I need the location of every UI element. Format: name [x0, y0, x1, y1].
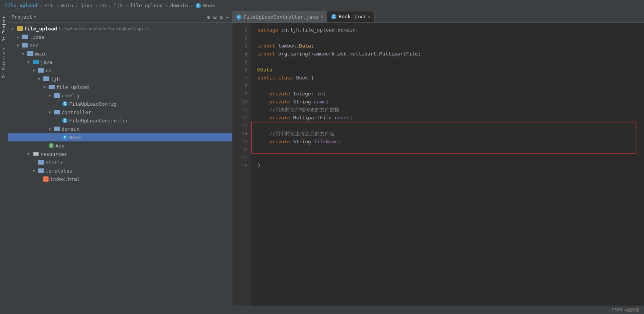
editor-area: C FileUpLoadController.java × C Book.jav… — [232, 11, 644, 306]
arrow-ljh: ▼ — [38, 77, 43, 81]
arrow-cn: ▼ — [33, 68, 38, 73]
collapse-icon[interactable]: ⊟ — [213, 14, 216, 20]
folder-icon-cn — [38, 68, 44, 73]
item-label-controller: controller — [62, 109, 91, 115]
arrow-domain: ▼ — [49, 127, 54, 131]
item-label-templates: templates — [46, 168, 72, 174]
folder-icon-templates — [38, 168, 44, 173]
tree-item-ljh[interactable]: ▼ ljh — [8, 75, 232, 83]
folder-icon-java — [33, 60, 39, 64]
folder-icon-file-upload-pkg — [49, 85, 55, 89]
code-line: import org.springframework.web.multipart… — [257, 50, 638, 58]
panel-title: Project — [11, 14, 32, 20]
arrow-config: ▼ — [49, 94, 54, 98]
code-line: @Data — [257, 66, 638, 74]
item-label-book: Book — [69, 135, 81, 140]
item-label-static: static — [46, 160, 63, 165]
tree-item-controller[interactable]: ▼ controller — [8, 108, 232, 116]
tree-item-templates[interactable]: ▼ templates — [8, 167, 232, 175]
tree-item-book[interactable]: C Book — [8, 133, 232, 141]
tree-item-config[interactable]: ▼ config — [8, 91, 232, 100]
folder-icon-config — [54, 93, 60, 98]
tree-item-resources[interactable]: ▼ resources — [8, 150, 232, 158]
item-label-resources: resources — [40, 151, 67, 157]
tab-icon-fileuploadcontroller: C — [236, 14, 242, 20]
tab-close-fileuploadcontroller[interactable]: × — [320, 14, 323, 20]
panel-header: Project ▼ ⊕ ⊟ ⚙ — — [8, 11, 232, 23]
item-label-config: config — [62, 93, 79, 98]
tab-close-book[interactable]: × — [368, 14, 370, 19]
watermark: CSDN @金刚狼 — [612, 307, 639, 313]
arrow-controller: ▼ — [49, 110, 54, 114]
tree-item-idea[interactable]: ▶ .idea — [8, 33, 232, 41]
tree-item-index-html[interactable]: index.html — [8, 175, 232, 183]
item-label-app: App — [55, 143, 64, 149]
code-line: package cn.ljh.file_upload.domain; — [257, 26, 638, 34]
tree-item-root[interactable]: ▼ file_upload F:\myCode\crazyCode\Spring… — [8, 24, 232, 33]
folder-icon-static — [38, 160, 44, 165]
arrow-resources: ▼ — [27, 152, 33, 156]
folder-icon-src — [22, 43, 28, 48]
item-label-src: src — [30, 43, 38, 48]
item-label-java: java — [40, 59, 52, 65]
item-label-file-upload-pkg: file_upload — [56, 84, 89, 90]
code-line — [257, 34, 638, 42]
tree-item-file-upload-pkg[interactable]: ▼ file_upload — [8, 83, 232, 91]
code-line: private String name; — [257, 98, 638, 106]
code-line — [257, 58, 638, 66]
minimize-icon[interactable]: — — [226, 14, 229, 20]
code-content[interactable]: package cn.ljh.file_upload.domain; impor… — [251, 23, 644, 306]
tree-item-static[interactable]: static — [8, 158, 232, 167]
resources-icon — [33, 152, 39, 156]
tab-book[interactable]: C Book.java × — [327, 11, 375, 22]
class-icon-fileuploadconfig: C — [62, 101, 68, 106]
project-panel: Project ▼ ⊕ ⊟ ⚙ — ▼ file_upload F:\myCod… — [8, 11, 232, 306]
breadcrumb-root[interactable]: file_upload — [5, 3, 37, 8]
status-bar: CSDN @金刚狼 — [0, 306, 644, 314]
class-icon-book: C — [62, 135, 68, 140]
line-numbers: 123456789101112131415161718 — [232, 23, 251, 306]
folder-icon-idea — [22, 35, 28, 39]
settings-icon[interactable]: ⚙ — [219, 14, 223, 20]
item-label-ljh: ljh — [51, 76, 60, 82]
locate-icon[interactable]: ⊕ — [207, 14, 210, 20]
arrow-idea: ▶ — [17, 35, 22, 39]
tab-structure[interactable]: Z: Structure — [1, 45, 7, 81]
tree-item-fileuploadcontroller[interactable]: C FileUpLoadController — [8, 116, 232, 125]
breadcrumb: file_upload › src › main › java › cn › l… — [0, 0, 644, 11]
panel-header-icons: ⊕ ⊟ ⚙ — — [207, 14, 229, 20]
item-label-cn: cn — [46, 68, 52, 73]
panel-dropdown-icon[interactable]: ▼ — [34, 15, 36, 19]
tab-fileuploadcontroller[interactable]: C FileUpLoadController.java × — [232, 11, 327, 22]
code-line: //用来封装前端传来的文件数据 — [257, 106, 638, 114]
arrow-templates: ▼ — [33, 169, 38, 173]
tab-icon-book: C — [331, 14, 336, 19]
tree-item-src[interactable]: ▼ src — [8, 41, 232, 49]
code-line — [257, 146, 638, 154]
tree-item-fileuploadconfig[interactable]: C FileUpLoadConfig — [8, 100, 232, 108]
code-line: //用于封装上传之后的文件名 — [257, 130, 638, 138]
item-label-fileuploadconfig: FileUpLoadConfig — [69, 101, 117, 107]
tree-item-main[interactable]: ▼ main — [8, 49, 232, 58]
arrow-file-upload-pkg: ▼ — [43, 85, 49, 89]
tree-item-domain[interactable]: ▼ domain — [8, 125, 232, 133]
folder-icon-main — [27, 51, 33, 56]
tree-item-java[interactable]: ▼ java — [8, 58, 232, 66]
folder-icon-root — [17, 26, 23, 31]
tree-item-cn[interactable]: ▼ cn — [8, 66, 232, 75]
class-icon-app: C — [49, 143, 54, 148]
tab-bar: C FileUpLoadController.java × C Book.jav… — [232, 11, 644, 23]
vertical-tabs: 1: Project Z: Structure — [0, 11, 8, 306]
code-editor: 123456789101112131415161718 package cn.l… — [232, 23, 644, 306]
item-path-root: F:\myCode\crazyCode\SpringBoot\sprin — [58, 26, 149, 31]
code-line — [257, 82, 638, 90]
item-label-fileuploadcontroller: FileUpLoadController — [69, 118, 129, 124]
code-line: } — [257, 162, 638, 170]
item-label-index-html: index.html — [50, 176, 80, 182]
code-line — [257, 122, 638, 130]
tree-item-app[interactable]: C App — [8, 141, 232, 150]
tab-project[interactable]: 1: Project — [1, 13, 7, 44]
code-line: public class Book { — [257, 74, 638, 82]
tab-label-book: Book.java — [339, 14, 365, 19]
html-icon-index — [43, 176, 49, 182]
